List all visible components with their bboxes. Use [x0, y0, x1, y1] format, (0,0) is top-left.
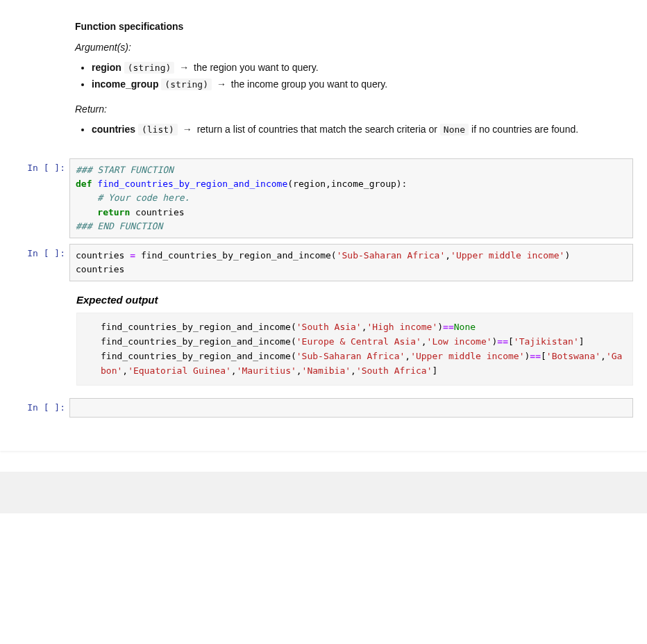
arg-item-income: income_group (string) → the income group… — [92, 77, 628, 92]
code-str: 'Upper middle income' — [410, 351, 524, 361]
code-str: 'Low income' — [427, 336, 492, 347]
code-text: [ — [541, 351, 546, 361]
return-none-code: None — [440, 124, 469, 135]
args-list: region (string) → the region you want to… — [92, 60, 628, 92]
code-op: = — [130, 250, 135, 261]
code-str: 'High income' — [367, 322, 438, 332]
code-text: , — [362, 322, 367, 332]
code-text: , — [421, 336, 427, 347]
code-text: ) — [564, 250, 570, 261]
arg-type: (string) — [124, 62, 175, 74]
arg-type: (string) — [161, 79, 212, 90]
footer-bar — [0, 472, 647, 513]
markdown-body: Function specifications Argument(s): reg… — [69, 14, 633, 153]
code-fn: find_countries_by_region_and_income — [97, 179, 287, 189]
code-input-1[interactable]: ### START FUNCTION def find_countries_by… — [69, 158, 633, 238]
code-sig: (region,income_group): — [287, 179, 407, 189]
return-desc-1: return a list of countries that match th… — [197, 124, 437, 135]
code-text: , — [445, 250, 451, 261]
code-str: 'South Asia' — [296, 322, 362, 332]
return-item: countries (list) → return a list of coun… — [92, 122, 628, 138]
code-text: , — [600, 351, 606, 361]
prompt-empty — [14, 14, 69, 153]
code-text: find_countries_by_region_and_income( — [101, 322, 296, 332]
code-comment: # Your code here. — [97, 192, 190, 203]
code-text: , — [405, 351, 410, 361]
code-str: 'Equatorial Guinea' — [128, 365, 231, 376]
code-text: find_countries_by_region_and_income( — [101, 336, 296, 347]
code-str: 'Upper middle income' — [451, 250, 564, 261]
code-text: find_countries_by_region_and_income( — [135, 250, 337, 261]
code-kw-return: return — [97, 207, 130, 217]
code-str: 'Europe & Central Asia' — [296, 336, 421, 347]
code-text: , — [231, 365, 237, 376]
code-input-empty[interactable] — [69, 398, 633, 418]
code-text: , — [351, 365, 356, 376]
code-text: ] — [432, 365, 437, 376]
code-text: ] — [579, 336, 585, 347]
code-text: find_countries_by_region_and_income( — [101, 351, 296, 361]
prompt-label: In [ ]: — [14, 244, 69, 281]
code-cell-2[interactable]: In [ ]: countries = find_countries_by_re… — [14, 244, 633, 281]
code-op: == — [497, 336, 508, 347]
code-str: 'Sub-Saharan Africa' — [296, 351, 405, 361]
arrow-icon: → — [180, 124, 194, 135]
code-text: [ — [508, 336, 514, 347]
code-op: == — [443, 322, 454, 332]
return-list: countries (list) → return a list of coun… — [92, 122, 628, 138]
arg-name: income_group — [92, 79, 158, 90]
spec-title: Function specifications — [75, 19, 628, 35]
arg-desc: the region you want to query. — [194, 62, 319, 73]
arg-name: region — [92, 62, 121, 73]
code-input-2[interactable]: countries = find_countries_by_region_and… — [69, 244, 633, 281]
code-cell-1[interactable]: In [ ]: ### START FUNCTION def find_coun… — [14, 158, 633, 238]
return-name: countries — [92, 124, 135, 135]
arg-item-region: region (string) → the region you want to… — [92, 60, 628, 76]
return-type: (list) — [138, 124, 178, 135]
code-text: , — [296, 365, 302, 376]
prompt-label: In [ ]: — [14, 158, 69, 238]
code-str: 'Sub-Saharan Africa' — [337, 250, 446, 261]
code-text: countries — [76, 264, 124, 274]
code-str: 'Botswana' — [546, 351, 600, 361]
return-subhead: Return: — [75, 102, 628, 117]
code-comment: ### END FUNCTION — [76, 221, 162, 231]
code-text: countries — [76, 250, 130, 261]
code-kw-def: def — [76, 179, 92, 189]
code-id: countries — [130, 207, 184, 217]
return-desc-2: if no countries are found. — [471, 124, 578, 135]
arg-desc: the income group you want to query. — [231, 79, 387, 90]
code-text: ) — [437, 322, 443, 332]
code-cell-empty[interactable]: In [ ]: — [14, 398, 633, 418]
arrow-icon: → — [215, 79, 228, 90]
code-text: , — [122, 365, 128, 376]
args-subhead: Argument(s): — [75, 40, 628, 56]
code-comment: ### START FUNCTION — [76, 165, 174, 175]
code-str: 'Namibia' — [302, 365, 351, 376]
arrow-icon: → — [177, 62, 191, 73]
expected-pre: find_countries_by_region_and_income('Sou… — [76, 313, 633, 386]
code-op: == — [530, 351, 541, 361]
prompt-label: In [ ]: — [14, 398, 69, 418]
notebook-container: Function specifications Argument(s): reg… — [0, 0, 647, 451]
code-none: None — [454, 322, 476, 332]
code-str: 'Mauritius' — [237, 365, 296, 376]
code-str: 'South Africa' — [356, 365, 432, 376]
expected-output-block: Expected output find_countries_by_region… — [76, 294, 633, 386]
code-str: 'Tajikistan' — [514, 336, 579, 347]
markdown-cell-spec: Function specifications Argument(s): reg… — [14, 14, 633, 153]
expected-title: Expected output — [76, 294, 633, 306]
